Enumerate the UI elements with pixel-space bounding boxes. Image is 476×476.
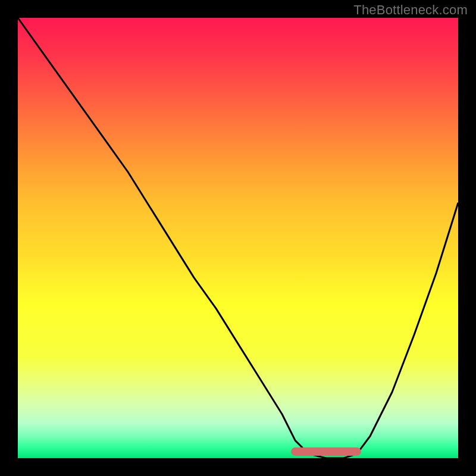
- bottleneck-curve-path: [18, 18, 458, 458]
- chart-svg: [18, 18, 458, 458]
- watermark-text: TheBottleneck.com: [353, 2, 468, 18]
- chart-plot-area: [18, 18, 458, 458]
- bottleneck-curve: [18, 18, 458, 458]
- chart-frame: TheBottleneck.com: [0, 0, 476, 476]
